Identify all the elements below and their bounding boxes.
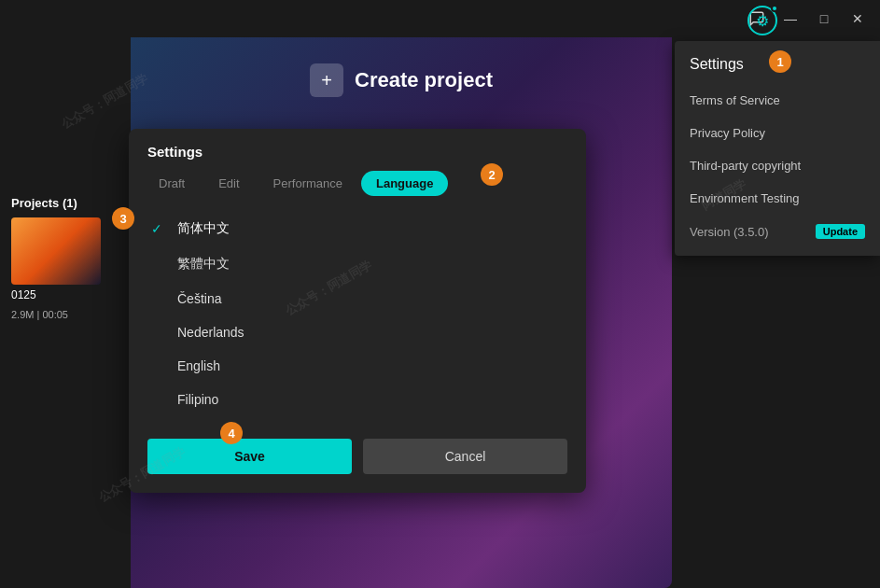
- lang-item-english[interactable]: English: [151, 349, 564, 383]
- lang-item-filipino[interactable]: Filipino: [151, 383, 564, 416]
- tab-edit[interactable]: Edit: [203, 171, 254, 196]
- badge-2: 2: [481, 163, 503, 186]
- settings-dropdown: Settings Terms of Service Privacy Policy…: [675, 41, 880, 256]
- tab-draft[interactable]: Draft: [144, 171, 200, 196]
- badge-3: 3: [112, 207, 134, 230]
- tab-language[interactable]: Language: [361, 171, 448, 196]
- settings-modal-title: Settings: [129, 129, 586, 171]
- create-project-header: + Create project: [131, 37, 672, 116]
- notification-dot: [771, 5, 778, 12]
- plus-button[interactable]: +: [310, 63, 343, 97]
- settings-modal: Settings Draft Edit Performance Language…: [129, 129, 586, 493]
- modal-actions: 4 Save Cancel: [129, 424, 586, 474]
- badge-4: 4: [220, 422, 243, 444]
- cancel-button[interactable]: Cancel: [363, 439, 567, 474]
- maximize-button[interactable]: □: [809, 4, 839, 34]
- gear-button[interactable]: ⚙: [746, 4, 779, 37]
- create-project-title: Create project: [355, 68, 493, 92]
- lang-item-traditional-chinese[interactable]: 繁體中文: [151, 246, 564, 282]
- save-button[interactable]: Save: [147, 439, 352, 474]
- update-badge[interactable]: Update: [816, 224, 865, 239]
- language-list: ✓ 简体中文 繁體中文 Čeština Nederlands English: [129, 203, 586, 424]
- project-name: 0125: [0, 285, 131, 305]
- project-meta: 2.9M | 00:05: [0, 305, 131, 324]
- project-thumbnail[interactable]: [11, 217, 101, 285]
- tab-performance[interactable]: Performance: [258, 171, 357, 196]
- check-icon: ✓: [151, 221, 166, 236]
- minimize-button[interactable]: —: [775, 4, 805, 34]
- lang-item-dutch[interactable]: Nederlands: [151, 315, 564, 349]
- badge-1: 1: [769, 50, 791, 73]
- projects-label: Projects (1): [0, 47, 131, 217]
- sidebar: Projects (1) 0125 2.9M | 00:05: [0, 37, 131, 588]
- tabs-row: Draft Edit Performance Language: [129, 171, 586, 203]
- menu-item-environment[interactable]: Environment Testing: [675, 182, 880, 215]
- lang-item-czech[interactable]: Čeština: [151, 282, 564, 315]
- close-button[interactable]: ✕: [843, 4, 873, 34]
- menu-item-thirdparty[interactable]: Third-party copyright: [675, 149, 880, 182]
- gear-icon: ⚙: [747, 6, 777, 35]
- menu-item-privacy[interactable]: Privacy Policy: [675, 117, 880, 149]
- menu-item-terms[interactable]: Terms of Service: [675, 84, 880, 117]
- menu-item-version[interactable]: Version (3.5.0) Update: [675, 215, 880, 248]
- lang-item-simplified-chinese[interactable]: ✓ 简体中文: [151, 211, 564, 246]
